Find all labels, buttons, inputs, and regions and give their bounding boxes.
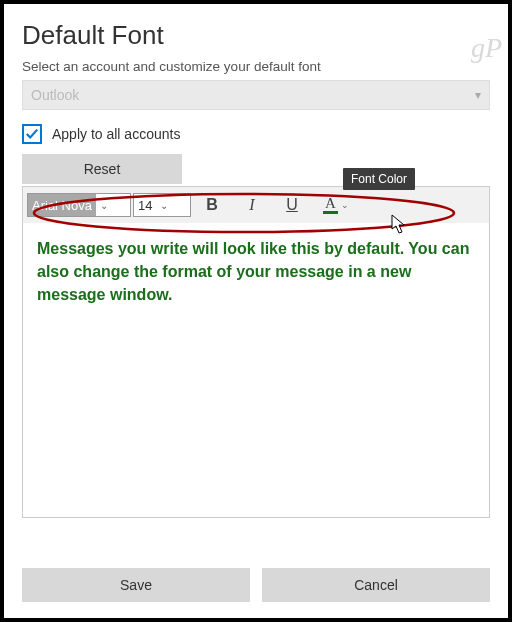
preview-text: Messages you write will look like this b…: [23, 223, 489, 321]
cancel-button[interactable]: Cancel: [262, 568, 490, 602]
apply-all-row: Apply to all accounts: [22, 124, 490, 144]
apply-all-label: Apply to all accounts: [52, 126, 180, 142]
save-button[interactable]: Save: [22, 568, 250, 602]
check-icon: [25, 127, 39, 141]
dialog-footer: Save Cancel: [22, 568, 490, 602]
chevron-down-icon: ⌄: [156, 200, 172, 211]
chevron-down-icon: ▾: [475, 88, 481, 102]
font-family-value: Arial Nova: [28, 194, 96, 216]
font-size-select[interactable]: 14 ⌄: [133, 193, 191, 217]
account-dropdown[interactable]: Outlook ▾: [22, 80, 490, 110]
page-subtitle: Select an account and customize your def…: [22, 59, 490, 74]
bold-button[interactable]: B: [193, 191, 231, 219]
reset-button[interactable]: Reset: [22, 154, 182, 184]
font-color-icon: A: [323, 196, 338, 214]
italic-button[interactable]: I: [233, 191, 271, 219]
editor-box: Font Color Arial Nova ⌄ 14 ⌄ B I U A ⌄: [22, 186, 490, 518]
dialog-window: gP Default Font Select an account and cu…: [4, 4, 508, 618]
chevron-down-icon: ⌄: [341, 200, 349, 210]
format-toolbar: Font Color Arial Nova ⌄ 14 ⌄ B I U A ⌄: [23, 187, 489, 223]
account-dropdown-value: Outlook: [31, 87, 79, 103]
chevron-down-icon: ⌄: [96, 200, 112, 211]
font-color-button[interactable]: A ⌄: [313, 191, 359, 219]
page-title: Default Font: [22, 20, 490, 51]
underline-button[interactable]: U: [273, 191, 311, 219]
font-family-select[interactable]: Arial Nova ⌄: [27, 193, 131, 217]
font-color-tooltip: Font Color: [343, 168, 415, 190]
font-size-value: 14: [134, 194, 156, 216]
apply-all-checkbox[interactable]: [22, 124, 42, 144]
